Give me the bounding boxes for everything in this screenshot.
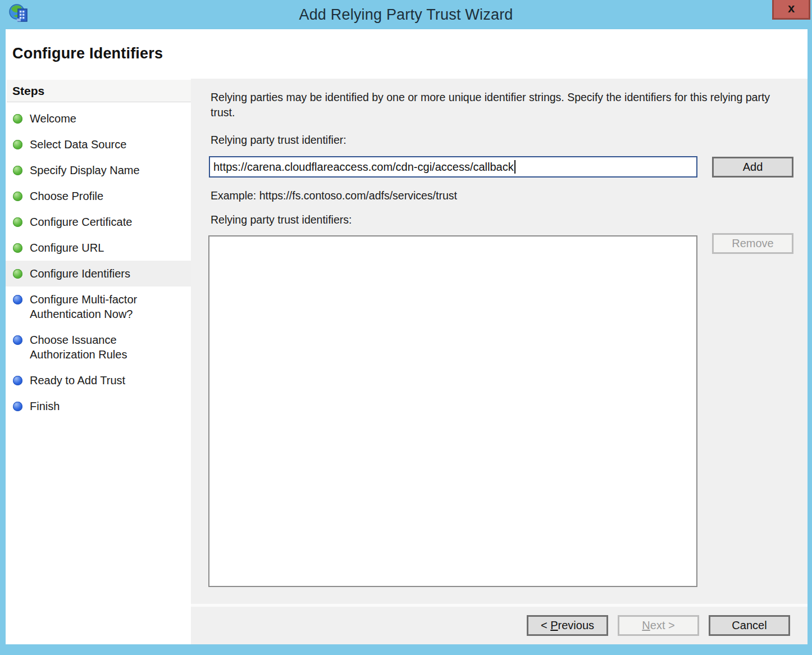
identifier-input-value: https://carena.cloudflareaccess.com/cdn-… — [213, 161, 514, 174]
sidebar-item-choose-issuance-rules[interactable]: Choose Issuance Authorization Rules — [6, 327, 191, 367]
step-label: Choose Profile — [30, 189, 103, 203]
sidebar-item-welcome[interactable]: Welcome — [6, 106, 191, 131]
step-label: Ready to Add Trust — [30, 373, 125, 388]
relying-party-identifier-input[interactable]: https://carena.cloudflareaccess.com/cdn-… — [209, 156, 697, 178]
sidebar-item-configure-identifiers[interactable]: Configure Identifiers — [6, 261, 191, 286]
sidebar-item-ready-to-add-trust[interactable]: Ready to Add Trust — [6, 367, 191, 393]
step-status-dot — [13, 114, 22, 124]
window-title: Add Relying Party Trust Wizard — [0, 0, 812, 29]
step-status-dot — [13, 243, 22, 253]
step-status-dot — [13, 402, 22, 411]
content-pane: Relying parties may be identified by one… — [191, 79, 808, 604]
step-status-dot — [13, 217, 22, 227]
sidebar-item-configure-url[interactable]: Configure URL — [6, 235, 191, 261]
step-label: Configure URL — [30, 240, 104, 255]
previous-button-rest: revious — [558, 619, 594, 632]
sidebar-item-choose-profile[interactable]: Choose Profile — [6, 183, 191, 209]
step-label: Configure Certificate — [30, 215, 132, 229]
previous-button-prefix: < — [541, 619, 550, 632]
sidebar-item-configure-mfa[interactable]: Configure Multi-factor Authentication No… — [6, 286, 191, 327]
steps-sidebar: Steps Welcome Select Data Source Specify… — [6, 79, 191, 644]
steps-header: Steps — [7, 80, 191, 102]
step-status-dot — [13, 376, 22, 385]
steps-list: Welcome Select Data Source Specify Displ… — [6, 106, 191, 419]
wizard-window: Configure Identifiers Steps Welcome Sele… — [6, 29, 808, 644]
step-status-dot — [13, 140, 22, 149]
page-title: Configure Identifiers — [12, 45, 163, 62]
step-label: Configure Identifiers — [30, 266, 130, 281]
sidebar-item-select-data-source[interactable]: Select Data Source — [6, 131, 191, 157]
cancel-button[interactable]: Cancel — [709, 615, 790, 636]
next-button-accelerator: N — [642, 619, 650, 632]
add-button[interactable]: Add — [712, 157, 793, 178]
step-label: Welcome — [30, 111, 76, 126]
sidebar-item-finish[interactable]: Finish — [6, 393, 191, 419]
step-label: Choose Issuance Authorization Rules — [30, 333, 149, 362]
remove-button[interactable]: Remove — [712, 233, 793, 254]
step-status-dot — [13, 335, 22, 345]
step-status-dot — [13, 269, 22, 279]
step-label: Finish — [30, 399, 60, 413]
next-button-rest: ext > — [650, 619, 675, 632]
main-column: Relying parties may be identified by one… — [191, 79, 808, 644]
previous-button[interactable]: < Previous — [527, 615, 608, 636]
text-caret — [514, 160, 516, 174]
sidebar-item-configure-certificate[interactable]: Configure Certificate — [6, 209, 191, 235]
page-description: Relying parties may be identified by one… — [211, 90, 789, 120]
titlebar: Add Relying Party Trust Wizard x — [0, 0, 812, 29]
step-label: Specify Display Name — [30, 163, 140, 178]
previous-button-accelerator: P — [550, 619, 558, 632]
next-button[interactable]: Next > — [618, 615, 699, 636]
identifiers-list-label: Relying party trust identifiers: — [211, 213, 352, 226]
sidebar-item-specify-display-name[interactable]: Specify Display Name — [6, 157, 191, 183]
step-status-dot — [13, 295, 22, 304]
close-button[interactable]: x — [772, 0, 810, 20]
step-label: Configure Multi-factor Authentication No… — [30, 292, 149, 321]
step-status-dot — [13, 166, 22, 175]
step-label: Select Data Source — [30, 137, 126, 152]
identifier-field-label: Relying party trust identifier: — [211, 134, 346, 147]
footer-bar: < Previous Next > Cancel — [191, 607, 808, 644]
example-text: Example: https://fs.contoso.com/adfs/ser… — [211, 189, 457, 202]
page-header: Configure Identifiers — [6, 29, 808, 79]
relying-party-identifiers-listbox[interactable] — [208, 235, 697, 587]
step-status-dot — [13, 192, 22, 201]
